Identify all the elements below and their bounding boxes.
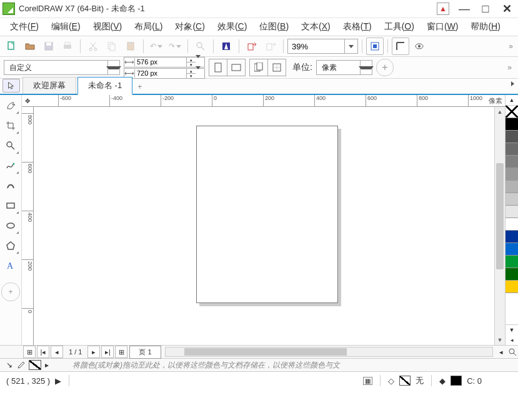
add-page-after-button[interactable]: ⊞ [115,346,127,358]
palette-menu-button[interactable]: ◂ [506,335,518,345]
eyedropper-icon[interactable] [16,361,25,369]
undo-button[interactable]: ↶ [147,38,165,55]
color-swatch[interactable] [506,231,518,243]
cut-button[interactable] [84,38,102,55]
horizontal-scrollbar[interactable] [165,347,493,357]
width-dropdown[interactable] [196,58,204,66]
eyedropper-left-icon[interactable]: ↘ [6,361,12,369]
page-preset-dropdown[interactable] [107,61,119,74]
page-tab-1[interactable]: 页 1 [129,346,161,359]
zoom-input[interactable] [288,42,344,51]
redo-button[interactable]: ↷ [166,38,184,55]
paste-button[interactable] [122,38,139,55]
color-swatch[interactable] [506,218,518,231]
crop-tool[interactable] [1,116,20,135]
toolbox-expand-button[interactable]: + [1,282,20,301]
menu-t[interactable]: 表格(T) [337,19,378,34]
artistic-media-tool[interactable] [1,176,20,195]
apply-all-pages-button[interactable] [250,59,268,76]
vertical-scrollbar[interactable]: ▲ ▼ [494,107,505,345]
swatch-none[interactable] [506,106,518,118]
color-swatch[interactable] [506,131,518,143]
palette-scroll-up[interactable]: ▲ [506,95,518,106]
menu-e[interactable]: 编辑(E) [45,19,87,34]
show-hide-button[interactable] [411,38,428,55]
freehand-tool[interactable] [1,156,20,175]
color-swatch[interactable] [506,206,518,218]
unit-dropdown[interactable] [360,61,372,74]
outline-indicator-icon[interactable]: ◆ [439,376,446,386]
navigator-button[interactable] [507,346,518,358]
color-swatch[interactable] [506,118,518,131]
next-page-button[interactable]: ▸ [87,346,100,358]
pick-tool-tab[interactable] [2,79,20,92]
page-height-field[interactable]: ⟷ ▴▾ [124,68,205,79]
color-proof-icon[interactable]: ▦ [363,377,372,385]
color-swatch[interactable] [506,193,518,206]
rectangle-tool[interactable] [1,196,20,215]
color-swatch[interactable] [506,168,518,181]
menu-c[interactable]: 效果(C) [211,19,253,34]
close-button[interactable]: ✕ [501,4,513,13]
add-tab-button[interactable]: + [134,80,154,94]
zoom-dropdown-button[interactable] [344,39,357,53]
print-button[interactable] [59,38,76,55]
open-button[interactable] [21,38,39,55]
scroll-up-button[interactable]: ▲ [495,107,505,117]
width-up[interactable]: ▴ [187,58,196,62]
color-swatch[interactable] [506,268,518,281]
shape-tool[interactable] [1,96,20,115]
menu-w[interactable]: 窗口(W) [421,19,465,34]
user-avatar-icon[interactable]: ▲ [437,2,449,15]
palette-scroll-down[interactable]: ▼ [506,324,518,335]
fill-indicator-icon[interactable]: ◇ [388,376,394,386]
color-swatch[interactable] [506,256,518,268]
export-button[interactable] [262,38,279,55]
add-page-before-button[interactable]: ⊞ [23,346,36,358]
apply-current-page-button[interactable] [268,59,286,76]
color-swatch[interactable] [506,181,518,193]
menu-b[interactable]: 位图(B) [253,19,295,34]
search-button[interactable] [192,38,209,55]
last-page-button[interactable]: ▸| [101,346,114,358]
zoom-combo[interactable] [287,39,358,54]
width-down[interactable]: ▾ [187,62,196,67]
tab-welcome[interactable]: 欢迎屏幕 [22,77,76,94]
minimize-button[interactable]: — [458,4,471,13]
maximize-button[interactable]: □ [479,4,492,13]
height-down[interactable]: ▾ [187,74,196,78]
fullscreen-button[interactable] [366,38,384,55]
page-width-field[interactable]: ⟷ ▴▾ [124,57,205,68]
text-tool[interactable]: A [1,256,20,275]
polygon-tool[interactable] [1,236,20,255]
color-swatch[interactable] [506,243,518,256]
fill-swatch-none[interactable] [399,376,411,386]
menu-f[interactable]: 文件(F) [4,19,45,34]
page-width-input[interactable] [135,58,186,66]
publish-button[interactable] [217,38,235,55]
add-preset-button[interactable]: + [376,59,394,76]
menu-v[interactable]: 视图(V) [87,19,129,34]
color-swatch[interactable] [506,143,518,156]
hscroll-thumb[interactable] [184,348,347,356]
menu-l[interactable]: 布局(L) [128,19,169,34]
copy-button[interactable] [103,38,121,55]
outline-swatch-black[interactable] [451,376,462,386]
menu-o[interactable]: 工具(O) [378,19,421,34]
vscroll-thumb[interactable] [496,163,504,269]
drawing-stage[interactable] [34,107,494,345]
palette-menu-arrow[interactable]: ▸ [45,361,49,369]
import-button[interactable] [243,38,261,55]
prev-page-button[interactable]: ◂ [51,346,63,358]
scroll-down-button[interactable]: ▼ [495,335,505,345]
height-dropdown[interactable] [196,69,204,77]
ellipse-tool[interactable] [1,216,20,235]
menu-x[interactable]: 文本(X) [295,19,337,34]
scroll-left-button[interactable]: ◂ [496,346,507,358]
zoom-tool[interactable] [1,136,20,155]
page-preset-combo[interactable]: 自定义 [4,60,120,75]
rulers-toggle-button[interactable] [392,38,409,55]
landscape-button[interactable] [227,59,245,76]
ruler-origin[interactable]: ✥ [22,95,34,107]
save-button[interactable] [40,38,57,55]
